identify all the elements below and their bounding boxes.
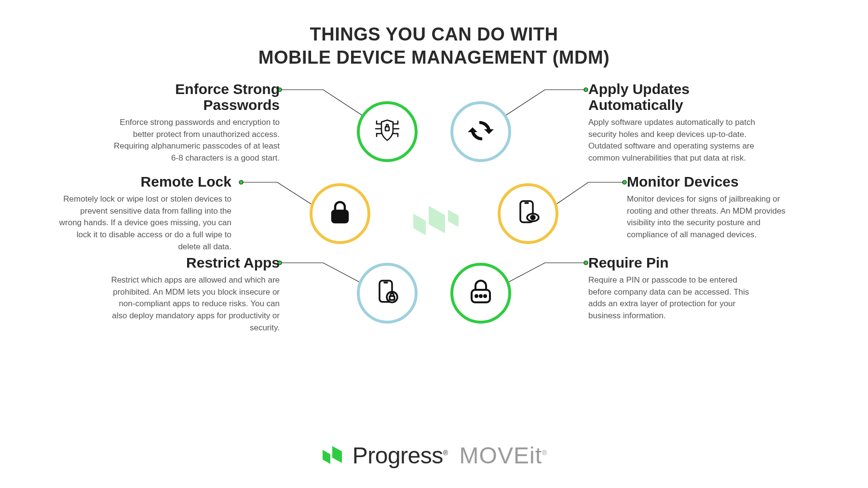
mdm-diagram: Enforce Strong Passwords Enforce strong … [96,72,772,371]
svg-point-27 [475,295,477,297]
body-updates: Apply software updates automatically to … [588,117,762,164]
footer-brand: Progress® MOVEit® [0,442,868,469]
bubble-remote-lock [310,183,370,244]
svg-rect-17 [332,211,348,222]
heading-passwords: Enforce Strong Passwords [106,81,280,113]
svg-point-3 [623,180,626,184]
progress-logo-icon [321,443,347,468]
lock-icon [326,199,353,228]
bubble-monitor [498,183,558,244]
phone-lock-icon [373,278,402,309]
title-line2: MOBILE DEVICE MANAGEMENT (MDM) [258,47,610,68]
moveit-wordmark: MOVEit® [460,442,548,469]
svg-point-1 [584,88,588,92]
heading-remote-lock: Remote Lock [58,174,231,190]
body-passwords: Enforce strong passwords and encryption … [106,117,280,164]
bubble-passwords [357,101,418,162]
label-remote-lock: Remote Lock Remotely lock or wipe lost o… [58,174,231,253]
phone-eye-icon [514,198,542,229]
progress-wordmark: Progress® [353,442,448,469]
body-require-pin: Require a PIN or passcode to be entered … [588,274,762,322]
refresh-icon [468,118,494,146]
page-title: THINGS YOU CAN DO WITH MOBILE DEVICE MAN… [0,23,868,69]
body-monitor: Monitor devices for signs of jailbreakin… [627,193,800,241]
label-monitor: Monitor Devices Monitor devices for sign… [627,174,800,241]
body-restrict: Restrict which apps are allowed and whic… [106,274,280,334]
title-line1: THINGS YOU CAN DO WITH [310,24,558,44]
svg-point-5 [584,261,588,265]
label-updates: Apply Updates Automatically Apply softwa… [588,81,762,164]
svg-point-28 [480,295,482,297]
heading-updates: Apply Updates Automatically [588,81,762,113]
svg-rect-6 [385,127,389,131]
label-require-pin: Require Pin Require a PIN or passcode to… [588,255,762,322]
shield-chip-icon [372,115,403,148]
bubble-updates [450,101,511,162]
heading-restrict: Restrict Apps [106,255,280,271]
heading-require-pin: Require Pin [588,255,762,271]
bubble-restrict [357,263,418,324]
svg-point-29 [484,295,486,297]
label-passwords: Enforce Strong Passwords Enforce strong … [106,81,280,164]
svg-point-2 [239,180,243,184]
body-remote-lock: Remotely lock or wipe lost or stolen dev… [58,193,231,253]
heading-monitor: Monitor Devices [627,174,800,190]
svg-point-21 [531,216,535,219]
label-restrict: Restrict Apps Restrict which apps are al… [106,255,280,334]
pin-lock-icon [467,278,495,308]
bubble-require-pin [450,263,511,324]
